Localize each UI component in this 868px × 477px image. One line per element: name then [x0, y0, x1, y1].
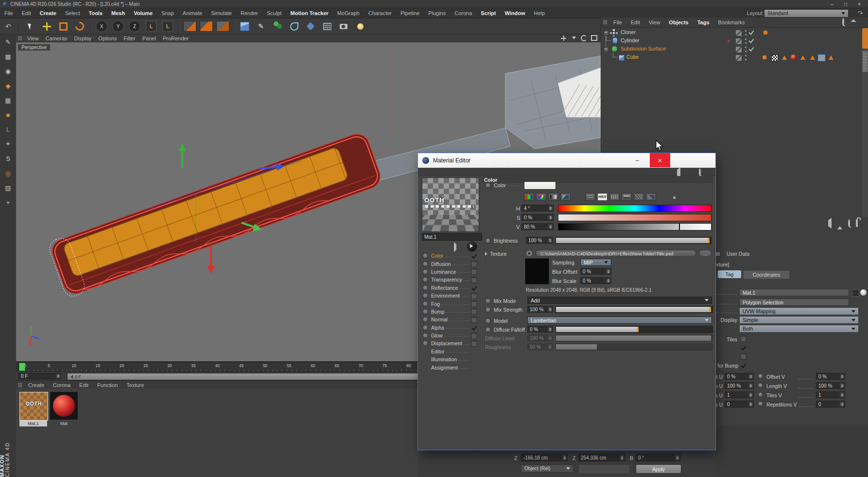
- radio-icon[interactable]: [485, 327, 491, 333]
- channel-radio-icon[interactable]: [422, 293, 428, 299]
- spinner-icon[interactable]: [840, 374, 844, 379]
- grip-icon[interactable]: [18, 383, 22, 388]
- checkbox-checked[interactable]: [740, 344, 746, 351]
- link-radio-icon[interactable]: [758, 392, 763, 397]
- timeline-playhead[interactable]: [19, 363, 25, 371]
- side-select[interactable]: Both: [739, 325, 859, 333]
- material-manager-menu-item[interactable]: Function: [93, 382, 122, 388]
- selected-texture-tag-icon[interactable]: [818, 54, 825, 61]
- menu-item[interactable]: File: [0, 10, 17, 16]
- volume-button[interactable]: [303, 19, 318, 33]
- menu-item[interactable]: Script: [476, 10, 500, 16]
- palette-tool-button[interactable]: ▩: [0, 49, 16, 64]
- mix-mode-select[interactable]: Add: [527, 297, 712, 304]
- spinner-icon[interactable]: [548, 238, 552, 243]
- spline-modifier-button[interactable]: [287, 19, 301, 33]
- gradient-icon[interactable]: [548, 193, 558, 201]
- layer-toggle-icon[interactable]: [735, 30, 742, 36]
- visibility-check-icon[interactable]: [748, 46, 754, 52]
- mograph-tag-icon[interactable]: [764, 31, 767, 35]
- axis-y-lock-button[interactable]: Y: [111, 19, 125, 33]
- brightness-field[interactable]: 100 %: [526, 237, 553, 244]
- palette-tool-button[interactable]: ◉: [0, 64, 16, 78]
- spinner-icon[interactable]: [748, 402, 753, 406]
- uv-left-field[interactable]: 0 %: [725, 373, 754, 380]
- menu-item[interactable]: Simulate: [207, 10, 236, 16]
- tree-row-cloner[interactable]: Cloner: [601, 28, 868, 36]
- tree-row-cube[interactable]: Cube: [601, 53, 868, 61]
- layout-select[interactable]: Standard: [764, 9, 849, 18]
- phong-tag-icon[interactable]: [810, 55, 815, 60]
- palette-tool-button[interactable]: ◎: [0, 166, 16, 180]
- image-icon[interactable]: [560, 193, 571, 201]
- z1-field[interactable]: -166.18 cm: [521, 454, 568, 461]
- channel-checkbox[interactable]: [471, 317, 477, 323]
- visibility-check-icon[interactable]: [748, 37, 754, 43]
- channel-checkbox[interactable]: [471, 253, 477, 259]
- palette-tool-button[interactable]: +: [0, 195, 16, 210]
- live-selection-button[interactable]: [23, 19, 37, 33]
- spline-pen-button[interactable]: ✎: [254, 19, 268, 33]
- diffuse-falloff-field[interactable]: 0 %: [527, 326, 553, 333]
- radio-icon[interactable]: [485, 318, 491, 324]
- selection-field[interactable]: Polygon Selection: [739, 299, 849, 306]
- spinner-icon[interactable]: [748, 383, 753, 388]
- layer-toggle-icon[interactable]: [735, 38, 742, 45]
- lock-button[interactable]: [856, 220, 858, 226]
- channel-row[interactable]: Editor: [420, 348, 479, 355]
- material-preview[interactable]: OOTH: [422, 177, 479, 232]
- palette-tool-button[interactable]: S: [0, 151, 16, 166]
- hue-gradient-slider[interactable]: [558, 205, 712, 212]
- channel-radio-icon[interactable]: [422, 317, 428, 322]
- swatches-mode-icon[interactable]: [634, 193, 644, 201]
- spinner-icon[interactable]: [748, 374, 753, 379]
- material-thumbnail-mat1[interactable]: OOTH: [19, 392, 48, 421]
- material-manager-menu-item[interactable]: Edit: [75, 382, 93, 388]
- phong-tag-icon[interactable]: [782, 55, 787, 60]
- enable-dots-icon[interactable]: [745, 30, 747, 35]
- rotate-tool-button[interactable]: [72, 19, 87, 33]
- menu-item[interactable]: Mesh: [107, 10, 129, 16]
- material-link-field[interactable]: Mat.1: [739, 289, 849, 296]
- primitive-cube-button[interactable]: [237, 19, 252, 33]
- grip-icon[interactable]: [603, 20, 607, 25]
- channel-checkbox[interactable]: [471, 293, 477, 299]
- b-field[interactable]: 0 °: [636, 454, 680, 461]
- s-field[interactable]: 0 %: [521, 214, 554, 221]
- viewport-menu-item[interactable]: Options: [95, 35, 120, 41]
- spinner-icon[interactable]: [548, 215, 553, 220]
- mix-strength-field[interactable]: 100 %: [527, 306, 553, 313]
- uv-right-field[interactable]: 0 %: [816, 373, 845, 380]
- menu-item[interactable]: MoGraph: [333, 10, 364, 16]
- axis-x-lock-button[interactable]: X: [94, 19, 109, 33]
- channel-row[interactable]: Reflectance: [420, 284, 479, 292]
- dialog-titlebar[interactable]: Material Editor – □ ×: [418, 153, 715, 168]
- blur-scale-field[interactable]: 0 %: [580, 277, 611, 284]
- viewport-zoom-button[interactable]: [570, 35, 577, 41]
- picker-mode-icon[interactable]: [646, 193, 656, 201]
- uv-right-field[interactable]: 1: [816, 391, 845, 398]
- viewport-menu-item[interactable]: ProRender: [159, 35, 192, 41]
- viewport-menu-item[interactable]: View: [24, 35, 42, 41]
- channel-row[interactable]: Illumination: [420, 355, 479, 363]
- palette-tool-button[interactable]: ✎: [0, 35, 16, 49]
- render-picture-viewer-button[interactable]: [199, 19, 213, 33]
- menu-item[interactable]: Motion Tracker: [286, 10, 333, 16]
- spinner-icon[interactable]: [606, 269, 610, 274]
- coord-system-button[interactable]: L: [144, 19, 158, 33]
- channel-radio-icon[interactable]: [422, 301, 428, 307]
- viewport-menu-item[interactable]: Panel: [139, 35, 159, 41]
- attr-userdata-menu[interactable]: User Data: [727, 251, 749, 257]
- radio-icon[interactable]: [485, 182, 491, 188]
- coord-world-button[interactable]: L: [160, 19, 175, 33]
- back-button[interactable]: [828, 220, 832, 226]
- visibility-check-icon[interactable]: [748, 29, 754, 35]
- subdivision-surface-button[interactable]: [270, 19, 285, 33]
- kelvin-mode-icon[interactable]: [609, 193, 620, 201]
- dialog-minimize-button[interactable]: –: [629, 153, 645, 167]
- material-name-mat1[interactable]: Mat.1: [19, 421, 47, 426]
- v-field[interactable]: 80 %: [521, 223, 554, 230]
- scrollbar-handle[interactable]: [862, 51, 868, 72]
- menu-item[interactable]: Help: [530, 10, 550, 16]
- viewport-menu-item[interactable]: Cameras: [42, 35, 71, 41]
